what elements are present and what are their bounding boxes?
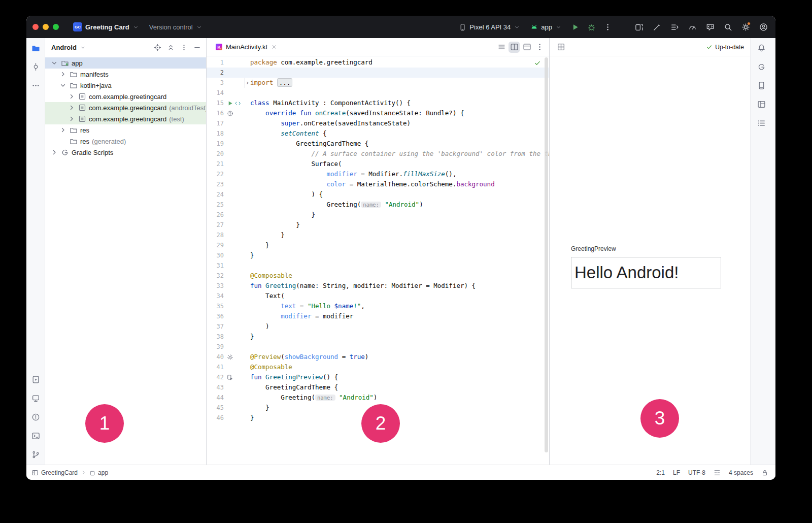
lock-icon[interactable]	[761, 469, 768, 476]
breadcrumb-project[interactable]: GreetingCard	[41, 469, 78, 476]
project-view-selector[interactable]: Android	[50, 43, 87, 52]
tree-item-com-example-greetingcard[interactable]: com.example.greetingcard (androidTest)	[45, 102, 206, 113]
ai-wand-icon[interactable]	[651, 21, 663, 33]
git-branch-icon[interactable]	[29, 448, 42, 461]
code-line-22[interactable]: 22 modifier = Modifier.fillMaxSize(),	[207, 169, 549, 179]
code-line-39[interactable]: 39	[207, 342, 549, 352]
device-manager-icon[interactable]	[29, 392, 42, 404]
design-view-icon[interactable]	[521, 42, 532, 53]
structure-icon[interactable]	[755, 117, 767, 129]
chevron-down-icon[interactable]	[50, 59, 58, 67]
chevron-right-icon[interactable]	[59, 70, 67, 78]
target-icon[interactable]	[151, 41, 163, 53]
inspections-status-icon[interactable]	[534, 59, 541, 67]
preview-run-icon[interactable]	[227, 374, 233, 381]
gutter[interactable]	[225, 110, 244, 117]
tree-item-kotlin-java[interactable]: kotlin+java	[45, 80, 206, 91]
gradle-icon[interactable]	[755, 60, 767, 73]
fold-expand-icon[interactable]: ›	[244, 78, 250, 88]
code-line-19[interactable]: 19 GreetingCardTheme {	[207, 139, 549, 149]
minus-icon[interactable]	[191, 41, 203, 53]
code-line-23[interactable]: 23 color = MaterialTheme.colorScheme.bac…	[207, 179, 549, 189]
ellipsis-icon[interactable]	[29, 79, 42, 91]
code-line-29[interactable]: 29 }	[207, 240, 549, 250]
code-line-28[interactable]: 28 }	[207, 230, 549, 240]
more-run-actions-button[interactable]	[601, 21, 614, 33]
chevron-right-icon[interactable]	[67, 104, 76, 112]
layout-inspector-icon[interactable]	[755, 98, 767, 110]
tree-item-res[interactable]: res (generated)	[45, 136, 206, 147]
tree-item-gradle-scripts[interactable]: Gradle Scripts	[45, 147, 206, 158]
kebab-icon[interactable]	[534, 42, 545, 53]
compose-preview-frame[interactable]: Hello Android!	[571, 257, 721, 288]
split-editor-icon[interactable]	[509, 42, 520, 53]
tree-item-res[interactable]: res	[45, 124, 206, 136]
code-line-42[interactable]: 42fun GreetingPreview() {	[207, 372, 549, 382]
code-line-36[interactable]: 36 modifier = modifier	[207, 311, 549, 321]
code-line-24[interactable]: 24 ) {	[207, 189, 549, 200]
code-line-15[interactable]: 15class MainActivity : ComponentActivity…	[207, 98, 549, 108]
indent-widget[interactable]: 4 spaces	[729, 469, 753, 476]
device-mirroring-icon[interactable]	[633, 21, 645, 33]
chevron-right-icon[interactable]	[67, 92, 76, 101]
code-line-1[interactable]: 1package com.example.greetingcard	[207, 57, 549, 68]
run-button[interactable]	[569, 21, 581, 33]
commit-icon[interactable]	[29, 60, 42, 73]
gemini-chat-icon[interactable]	[704, 21, 716, 33]
code-line-43[interactable]: 43 GreetingCardTheme {	[207, 382, 549, 393]
search-icon[interactable]	[722, 21, 734, 33]
chevron-right-icon[interactable]	[67, 115, 76, 123]
line-separator-widget[interactable]: LF	[673, 469, 680, 476]
code-line-38[interactable]: 38}	[207, 332, 549, 342]
minimize-window-button[interactable]	[43, 24, 49, 30]
code-line-20[interactable]: 20 // A surface container using the 'bac…	[207, 149, 549, 159]
project-widget[interactable]: GC Greeting Card	[70, 20, 142, 34]
code-line-34[interactable]: 34 Text(	[207, 291, 549, 301]
code-line-18[interactable]: 18 setContent {	[207, 128, 549, 139]
code-line-26[interactable]: 26 }	[207, 210, 549, 220]
gutter[interactable]	[225, 100, 244, 107]
compose-icon[interactable]	[234, 100, 241, 107]
code-line-27[interactable]: 27 }	[207, 220, 549, 230]
code-line-32[interactable]: 32@Composable	[207, 271, 549, 281]
code-line-35[interactable]: 35 text = "Hello $name!",	[207, 301, 549, 311]
close-window-button[interactable]	[32, 24, 39, 30]
editor-body[interactable]: 1package com.example.greetingcard23›impo…	[207, 56, 549, 465]
gutter[interactable]	[225, 354, 244, 361]
version-control-widget[interactable]: Version control	[146, 21, 206, 33]
project-folder-icon[interactable]	[29, 42, 42, 54]
code-line-2[interactable]: 2	[207, 68, 549, 78]
chevron-right-icon[interactable]	[50, 148, 58, 156]
bell-icon[interactable]	[755, 42, 767, 54]
debug-button[interactable]	[585, 21, 597, 33]
code-line-14[interactable]: 14	[207, 88, 549, 98]
profiler-icon[interactable]	[686, 21, 698, 33]
editor-scrollbar[interactable]	[545, 57, 548, 452]
preview-view-mode-icon[interactable]	[556, 42, 566, 52]
tree-item-com-example-greetingcard[interactable]: com.example.greetingcard (test)	[45, 113, 206, 124]
chevron-down-icon[interactable]	[59, 81, 67, 89]
chevron-right-icon[interactable]	[59, 126, 67, 134]
code-line-25[interactable]: 25 Greeting(name: "Android")	[207, 200, 549, 210]
structure-list-icon[interactable]	[668, 21, 681, 33]
editor-tab-mainactivity[interactable]: K MainActivity.kt	[211, 38, 283, 56]
code-line-30[interactable]: 30}	[207, 250, 549, 260]
code-line-21[interactable]: 21 Surface(	[207, 159, 549, 169]
user-icon[interactable]	[757, 21, 769, 33]
code-line-44[interactable]: 44 Greeting(name: "Android")	[207, 393, 549, 403]
tree-item-com-example-greetingcard[interactable]: com.example.greetingcard	[45, 91, 206, 102]
tool-window-widget-icon[interactable]	[31, 469, 39, 476]
hamburger-icon[interactable]	[496, 42, 507, 53]
play-icon[interactable]	[227, 100, 233, 107]
code-line-16[interactable]: 16 override fun onCreate(savedInstanceSt…	[207, 108, 549, 118]
code-line-33[interactable]: 33fun Greeting(name: String, modifier: M…	[207, 281, 549, 291]
code-line-37[interactable]: 37 )	[207, 321, 549, 332]
problems-icon[interactable]	[29, 411, 42, 423]
code-line-3[interactable]: 3›import ...	[207, 78, 549, 88]
code-line-31[interactable]: 31	[207, 260, 549, 271]
settings-icon[interactable]	[739, 21, 752, 33]
device-selector[interactable]: Pixel 6 API 34	[456, 21, 523, 33]
terminal-icon[interactable]	[29, 430, 42, 442]
zoom-window-button[interactable]	[53, 24, 59, 30]
override-icon[interactable]	[227, 110, 233, 117]
